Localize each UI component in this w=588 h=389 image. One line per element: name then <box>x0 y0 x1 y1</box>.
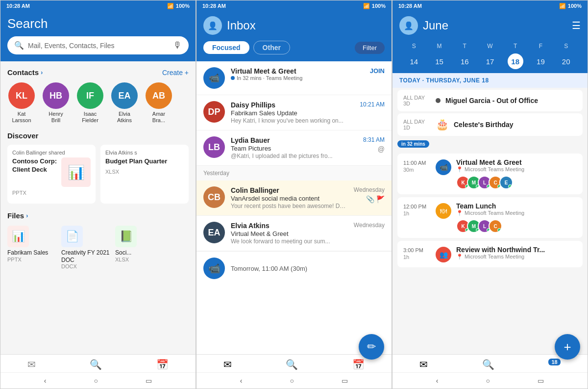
inbox-join-button[interactable]: JOIN <box>370 67 385 75</box>
search-title: Search <box>7 16 189 31</box>
contact-item-3[interactable]: EA ElviaAtkins <box>110 82 139 124</box>
inbox-meta-daisy: 10:21 AM <box>360 101 385 108</box>
discover-card-0[interactable]: Colin Ballinger shared 📊 Contoso Corp: C… <box>7 145 96 204</box>
nav-search-1[interactable]: 🔍 <box>90 359 102 370</box>
inbox-info-elvia: Elvia Atkins Virtual Meet & Greet We loo… <box>231 222 348 245</box>
status-bar-1: 10:28 AM 📶 100% <box>0 0 196 11</box>
file-item-2[interactable]: 📗 Soci... XLSX <box>115 226 164 269</box>
inbox-subject-daisy: Fabrikam Sales Update <box>231 109 354 117</box>
files-chevron: › <box>26 212 28 219</box>
compose-icon: ✏ <box>367 340 376 353</box>
nav-search-2[interactable]: 🔍 <box>286 359 298 370</box>
inbox-tabs: Focused Other Filter <box>203 41 385 54</box>
status-battery-1: 100% <box>176 3 190 9</box>
contact-item-1[interactable]: HB HenryBrill <box>42 82 70 124</box>
cal-event-info-vmg: Virtual Meet & Greet 📍 Microsoft Teams M… <box>456 158 577 189</box>
status-time-2: 10:28 AM <box>202 3 226 9</box>
recents-button-1[interactable]: ▭ <box>146 377 152 385</box>
contact-item-2[interactable]: IF IsaacFielder <box>76 82 104 124</box>
inbox-user-avatar[interactable]: 👤 <box>203 16 222 35</box>
inbox-item-teams[interactable]: 📹 Virtual Meet & Greet In 32 mins · Team… <box>196 61 392 95</box>
inbox-subrow-teams: In 32 mins · Teams Meeting <box>231 75 364 81</box>
contact-avatar-2: IF <box>77 82 103 109</box>
inbox-sender-elvia: Elvia Atkins <box>231 222 348 230</box>
inbox-item-colin[interactable]: CB Colin Ballinger VanArsdel social medi… <box>196 181 392 216</box>
cal-event-lunch[interactable]: 12:00 PM1h 🍽 Team Lunch 📍 Microsoft Team… <box>397 197 583 238</box>
recents-button-3[interactable]: ▭ <box>538 377 544 385</box>
cal-event-duration-lunch: 1h <box>403 210 409 216</box>
contact-item-0[interactable]: KL KatLarsson <box>7 82 36 124</box>
cal-event-northwind[interactable]: 3:00 PM1h 👥 Review with Northwind Tr... … <box>397 241 583 267</box>
inbox-time-lydia: 8:31 AM <box>363 136 385 143</box>
filter-button[interactable]: Filter <box>355 42 385 54</box>
cal-date-19[interactable]: 19 <box>533 53 548 69</box>
bottom-nav-2: ✉ 🔍 📅 <box>196 354 392 372</box>
allday-dot-miguel <box>436 98 441 103</box>
tab-focused[interactable]: Focused <box>203 41 249 54</box>
back-button-3[interactable]: ‹ <box>436 377 439 385</box>
back-button-2[interactable]: ‹ <box>240 377 243 385</box>
inbox-item-daisy[interactable]: DP Daisy Phillips Fabrikam Sales Update … <box>196 95 392 130</box>
inbox-preview-lydia: @Katri, I uploaded all the pictures fro.… <box>231 153 357 159</box>
cal-date-15[interactable]: 15 <box>432 53 447 69</box>
contacts-create[interactable]: Create + <box>162 69 189 77</box>
back-button-1[interactable]: ‹ <box>44 377 47 385</box>
allday-duration-miguel: 3D <box>403 101 410 106</box>
inbox-item-lydia[interactable]: LB Lydia Bauer Team Pictures @Katri, I u… <box>196 130 392 166</box>
contact-item-4[interactable]: AB AmarBra... <box>145 82 173 124</box>
inbox-avatar-lydia: LB <box>203 136 225 158</box>
cal-event-vmg[interactable]: 11:00 AM30m 📹 Virtual Meet & Greet 📍 Mic… <box>397 154 583 194</box>
nav-mail-1[interactable]: ✉ <box>27 359 36 370</box>
file-item-0[interactable]: 📊 Fabrikam Sales PPTX <box>7 226 56 269</box>
nav-calendar-2[interactable]: 📅 <box>352 359 365 370</box>
status-time-1: 10:28 AM <box>6 3 30 9</box>
compose-fab[interactable]: ✏ <box>359 334 384 360</box>
birthday-icon: 🎂 <box>436 118 449 131</box>
file-icon-2: 📗 <box>115 226 137 247</box>
nav-calendar-3[interactable]: 18 <box>548 359 560 370</box>
inbox-avatar-daisy: DP <box>203 101 225 123</box>
nav-calendar-1[interactable]: 📅 <box>156 359 169 370</box>
calendar-day-labels: S M T W T F S <box>399 41 581 52</box>
home-button-1[interactable]: ○ <box>94 377 98 385</box>
nav-mail-3[interactable]: ✉ <box>419 359 428 370</box>
file-item-1[interactable]: 📄 Creativity FY 2021 DOC DOCX <box>61 226 110 269</box>
inbox-meta-colin: Wednesday 📎 🚩 <box>354 186 385 203</box>
search-input[interactable]: Mail, Events, Contacts, Files <box>28 42 169 50</box>
nav-mail-2[interactable]: ✉ <box>223 359 232 370</box>
file-name-1: Creativity FY 2021 DOC <box>61 249 110 263</box>
status-time-3: 10:28 AM <box>398 3 422 9</box>
file-name-2: Soci... <box>115 249 131 256</box>
discover-card-author-0: Colin Ballinger shared <box>12 150 91 156</box>
cal-date-16[interactable]: 16 <box>457 53 472 69</box>
lunch-avatar-3: C <box>489 219 502 233</box>
home-button-2[interactable]: ○ <box>290 377 294 385</box>
inbox-item-elvia[interactable]: EA Elvia Atkins Virtual Meet & Greet We … <box>196 216 392 251</box>
nav-search-3[interactable]: 🔍 <box>482 359 494 370</box>
inbox-meta-teams: JOIN <box>370 67 385 75</box>
file-type-0: PPTX <box>7 257 22 262</box>
home-button-3[interactable]: ○ <box>486 377 490 385</box>
cal-date-18[interactable]: 18 <box>508 53 523 69</box>
cal-event-icon-lunch: 🍽 <box>436 203 451 219</box>
search-nav-icon-1: 🔍 <box>90 359 102 370</box>
tab-other[interactable]: Other <box>253 41 290 54</box>
contacts-section-header: Contacts › Create + <box>7 68 189 77</box>
add-event-fab[interactable]: + <box>555 334 580 360</box>
calendar-user-avatar[interactable]: 👤 <box>399 16 418 35</box>
search-bar[interactable]: 🔍 Mail, Events, Contacts, Files 🎙 <box>7 36 189 54</box>
contact-name-1: HenryBrill <box>49 111 63 124</box>
recents-button-2[interactable]: ▭ <box>342 377 348 385</box>
menu-icon[interactable]: ☰ <box>572 20 581 31</box>
tomorrow-bar[interactable]: 📹 Tomorrow, 11:00 AM (30m) <box>196 251 392 285</box>
cal-date-17[interactable]: 17 <box>482 53 498 69</box>
inbox-time-daisy: 10:21 AM <box>360 101 385 108</box>
cal-date-14[interactable]: 14 <box>406 53 422 69</box>
mic-icon[interactable]: 🎙 <box>173 40 182 51</box>
cal-event-title-northwind: Review with Northwind Tr... <box>456 246 577 254</box>
cal-date-20[interactable]: 20 <box>558 53 574 69</box>
allday-event-celeste[interactable]: ALL DAY1D 🎂 Celeste's Birthday <box>397 113 583 136</box>
discover-title: Discover <box>7 131 189 140</box>
allday-event-miguel[interactable]: ALL DAY3D Miguel Garcia - Out of Office <box>397 90 583 111</box>
discover-card-1[interactable]: Elvia Atkins s Budget Plan Quarter XLSX <box>100 145 189 204</box>
